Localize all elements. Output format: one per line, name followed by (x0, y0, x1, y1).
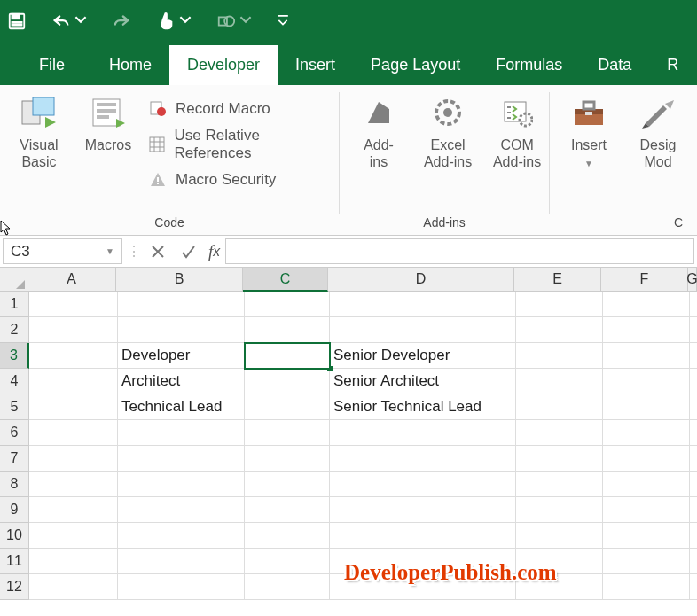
record-macro-button[interactable]: Record Macro (149, 94, 328, 124)
tab-page-layout[interactable]: Page Layout (353, 45, 478, 85)
cell[interactable]: Developer (118, 343, 245, 369)
cell[interactable] (603, 394, 690, 420)
column-header[interactable]: G (688, 268, 697, 292)
row-header[interactable]: 6 (0, 420, 29, 446)
column-header[interactable]: B (116, 268, 243, 292)
cell[interactable] (516, 472, 603, 497)
cell[interactable] (690, 343, 697, 369)
cell[interactable] (29, 446, 118, 472)
cell[interactable] (516, 420, 603, 446)
cell[interactable] (603, 317, 690, 343)
cell[interactable] (603, 574, 690, 600)
enter-formula-button[interactable] (173, 236, 203, 267)
cell[interactable] (29, 343, 118, 369)
cell[interactable] (29, 420, 118, 446)
row-header[interactable]: 1 (0, 292, 29, 317)
cell[interactable] (245, 292, 330, 317)
cell[interactable] (245, 420, 330, 446)
cell[interactable] (330, 292, 516, 317)
cell[interactable] (603, 549, 690, 574)
cell[interactable] (603, 369, 690, 394)
cell[interactable] (690, 369, 697, 394)
cell[interactable] (330, 420, 516, 446)
customize-qat-icon[interactable] (277, 15, 289, 27)
cell[interactable] (516, 343, 603, 369)
chevron-down-icon[interactable] (239, 13, 252, 29)
cell[interactable] (245, 394, 330, 420)
row-header[interactable]: 12 (0, 574, 29, 600)
cell[interactable] (245, 369, 330, 394)
formula-input[interactable] (225, 238, 694, 264)
tab-data[interactable]: Data (580, 45, 649, 85)
visual-basic-button[interactable]: Visual Basic (11, 92, 67, 212)
row-header[interactable]: 9 (0, 497, 29, 523)
cell[interactable] (245, 574, 330, 600)
cell[interactable] (690, 394, 697, 420)
cell[interactable] (245, 549, 330, 574)
cell[interactable] (29, 574, 118, 600)
cell[interactable] (516, 292, 603, 317)
cancel-formula-button[interactable] (143, 236, 173, 267)
tab-home[interactable]: Home (91, 45, 169, 85)
cell[interactable] (690, 317, 697, 343)
cell[interactable] (690, 446, 697, 472)
cell[interactable] (118, 317, 245, 343)
com-addins-button[interactable]: COM Add-ins (489, 92, 545, 212)
touch-mode-icon[interactable] (156, 12, 192, 31)
cell[interactable] (118, 549, 245, 574)
cell[interactable] (516, 317, 603, 343)
row-header[interactable]: 11 (0, 549, 29, 574)
column-header[interactable]: D (328, 268, 514, 292)
column-header[interactable]: A (27, 268, 116, 292)
select-all-corner[interactable] (0, 268, 27, 292)
cell[interactable] (603, 497, 690, 523)
cell[interactable] (118, 292, 245, 317)
addins-button[interactable]: Add- ins (350, 92, 407, 212)
cell[interactable] (118, 472, 245, 497)
cell[interactable] (516, 369, 603, 394)
row-header[interactable]: 4 (0, 369, 29, 394)
cell[interactable] (330, 472, 516, 497)
chevron-down-icon[interactable] (74, 13, 87, 29)
column-header[interactable]: C (243, 268, 328, 292)
macros-button[interactable]: Macros (80, 92, 137, 212)
cell[interactable] (29, 317, 118, 343)
cell[interactable] (516, 523, 603, 549)
row-header[interactable]: 5 (0, 394, 29, 420)
cell[interactable] (603, 446, 690, 472)
chevron-down-icon[interactable] (179, 13, 192, 29)
cell[interactable] (603, 523, 690, 549)
cell[interactable] (690, 420, 697, 446)
row-header[interactable]: 10 (0, 523, 29, 549)
cell[interactable] (603, 472, 690, 497)
cell[interactable] (330, 574, 516, 600)
row-header[interactable]: 2 (0, 317, 29, 343)
cell[interactable] (516, 574, 603, 600)
column-header[interactable]: E (514, 268, 601, 292)
cell[interactable] (516, 549, 603, 574)
cell[interactable] (516, 497, 603, 523)
tab-insert[interactable]: Insert (278, 45, 353, 85)
tab-r[interactable]: R (649, 45, 696, 85)
cell[interactable] (29, 394, 118, 420)
cell[interactable] (330, 523, 516, 549)
cell[interactable] (516, 394, 603, 420)
cell[interactable] (603, 420, 690, 446)
cell[interactable] (245, 446, 330, 472)
cell[interactable] (118, 420, 245, 446)
cell[interactable] (690, 574, 697, 600)
insert-controls-button[interactable]: Insert▼ (560, 92, 617, 212)
cell[interactable] (603, 292, 690, 317)
fx-icon[interactable]: fx (203, 236, 225, 267)
cell[interactable] (690, 549, 697, 574)
cell[interactable] (245, 523, 330, 549)
column-header[interactable]: F (601, 268, 688, 292)
cell[interactable] (29, 292, 118, 317)
row-header[interactable]: 3 (0, 343, 29, 369)
cell[interactable] (330, 497, 516, 523)
redo-icon[interactable] (112, 12, 131, 31)
cell[interactable] (516, 446, 603, 472)
tab-formulas[interactable]: Formulas (478, 45, 580, 85)
row-header[interactable]: 8 (0, 472, 29, 497)
cell[interactable] (118, 523, 245, 549)
